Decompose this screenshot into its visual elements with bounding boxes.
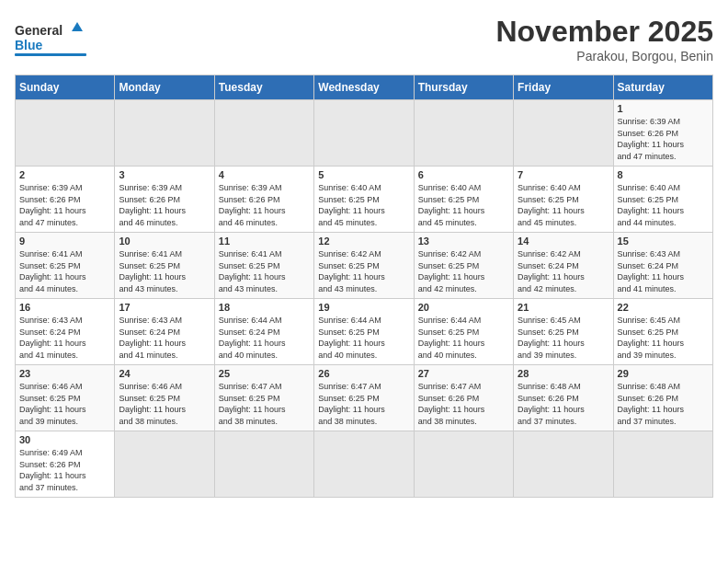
day-number: 20: [418, 302, 509, 313]
calendar-week-3: 9Sunrise: 6:41 AM Sunset: 6:25 PM Daylig…: [16, 233, 713, 299]
day-info: Sunrise: 6:44 AM Sunset: 6:25 PM Dayligh…: [318, 315, 409, 361]
day-number: 11: [219, 236, 310, 247]
calendar-week-1: 1Sunrise: 6:39 AM Sunset: 6:26 PM Daylig…: [16, 100, 713, 167]
calendar-cell: 29Sunrise: 6:48 AM Sunset: 6:26 PM Dayli…: [613, 365, 712, 431]
calendar-cell: 3Sunrise: 6:39 AM Sunset: 6:26 PM Daylig…: [115, 167, 214, 233]
day-number: 10: [119, 236, 210, 247]
calendar-cell: 2Sunrise: 6:39 AM Sunset: 6:26 PM Daylig…: [16, 167, 115, 233]
day-number: 6: [418, 169, 509, 180]
calendar-body: 1Sunrise: 6:39 AM Sunset: 6:26 PM Daylig…: [16, 100, 713, 498]
day-info: Sunrise: 6:39 AM Sunset: 6:26 PM Dayligh…: [19, 182, 110, 228]
calendar-week-4: 16Sunrise: 6:43 AM Sunset: 6:24 PM Dayli…: [16, 299, 713, 365]
calendar-cell: [613, 431, 712, 498]
day-number: 7: [518, 169, 609, 180]
day-number: 23: [19, 368, 110, 379]
day-number: 8: [618, 169, 709, 180]
day-number: 19: [318, 302, 409, 313]
calendar-cell: [214, 100, 313, 167]
header-cell-monday: Monday: [115, 75, 214, 100]
day-number: 29: [618, 368, 709, 379]
day-info: Sunrise: 6:39 AM Sunset: 6:26 PM Dayligh…: [119, 182, 210, 228]
calendar-cell: [514, 431, 613, 498]
day-info: Sunrise: 6:40 AM Sunset: 6:25 PM Dayligh…: [318, 182, 409, 228]
day-info: Sunrise: 6:41 AM Sunset: 6:25 PM Dayligh…: [19, 248, 110, 294]
day-info: Sunrise: 6:47 AM Sunset: 6:25 PM Dayligh…: [318, 381, 409, 427]
day-number: 30: [19, 434, 110, 445]
day-info: Sunrise: 6:42 AM Sunset: 6:25 PM Dayligh…: [318, 248, 409, 294]
calendar-cell: [16, 100, 115, 167]
calendar-cell: [414, 431, 513, 498]
day-number: 26: [318, 368, 409, 379]
calendar-table: SundayMondayTuesdayWednesdayThursdayFrid…: [15, 75, 713, 498]
day-info: Sunrise: 6:40 AM Sunset: 6:25 PM Dayligh…: [518, 182, 609, 228]
calendar-cell: 22Sunrise: 6:45 AM Sunset: 6:25 PM Dayli…: [613, 299, 712, 365]
calendar-cell: 20Sunrise: 6:44 AM Sunset: 6:25 PM Dayli…: [414, 299, 513, 365]
day-number: 25: [219, 368, 310, 379]
calendar-cell: 4Sunrise: 6:39 AM Sunset: 6:26 PM Daylig…: [214, 167, 313, 233]
calendar-cell: 21Sunrise: 6:45 AM Sunset: 6:25 PM Dayli…: [514, 299, 613, 365]
day-info: Sunrise: 6:43 AM Sunset: 6:24 PM Dayligh…: [618, 248, 709, 294]
day-info: Sunrise: 6:42 AM Sunset: 6:24 PM Dayligh…: [518, 248, 609, 294]
day-info: Sunrise: 6:40 AM Sunset: 6:25 PM Dayligh…: [418, 182, 509, 228]
day-info: Sunrise: 6:49 AM Sunset: 6:26 PM Dayligh…: [19, 447, 110, 493]
day-number: 15: [618, 236, 709, 247]
calendar-cell: [314, 100, 414, 167]
calendar-cell: 5Sunrise: 6:40 AM Sunset: 6:25 PM Daylig…: [314, 167, 414, 233]
day-number: 3: [119, 169, 210, 180]
day-number: 27: [418, 368, 509, 379]
calendar-cell: 26Sunrise: 6:47 AM Sunset: 6:25 PM Dayli…: [314, 365, 414, 431]
calendar-cell: 1Sunrise: 6:39 AM Sunset: 6:26 PM Daylig…: [613, 100, 712, 167]
day-info: Sunrise: 6:45 AM Sunset: 6:25 PM Dayligh…: [618, 315, 709, 361]
logo-svg: General Blue: [15, 15, 88, 61]
calendar-cell: [414, 100, 513, 167]
day-number: 18: [219, 302, 310, 313]
calendar-cell: 9Sunrise: 6:41 AM Sunset: 6:25 PM Daylig…: [16, 233, 115, 299]
day-info: Sunrise: 6:40 AM Sunset: 6:25 PM Dayligh…: [618, 182, 709, 228]
calendar-cell: 23Sunrise: 6:46 AM Sunset: 6:25 PM Dayli…: [16, 365, 115, 431]
day-number: 9: [19, 236, 110, 247]
day-info: Sunrise: 6:48 AM Sunset: 6:26 PM Dayligh…: [518, 381, 609, 427]
day-number: 14: [518, 236, 609, 247]
day-info: Sunrise: 6:39 AM Sunset: 6:26 PM Dayligh…: [219, 182, 310, 228]
svg-text:Blue: Blue: [15, 38, 43, 52]
day-info: Sunrise: 6:48 AM Sunset: 6:26 PM Dayligh…: [618, 381, 709, 427]
calendar-cell: 7Sunrise: 6:40 AM Sunset: 6:25 PM Daylig…: [514, 167, 613, 233]
day-info: Sunrise: 6:44 AM Sunset: 6:25 PM Dayligh…: [418, 315, 509, 361]
calendar-cell: 24Sunrise: 6:46 AM Sunset: 6:25 PM Dayli…: [115, 365, 214, 431]
day-info: Sunrise: 6:43 AM Sunset: 6:24 PM Dayligh…: [119, 315, 210, 361]
svg-rect-3: [15, 53, 86, 56]
calendar-cell: 25Sunrise: 6:47 AM Sunset: 6:25 PM Dayli…: [214, 365, 313, 431]
day-number: 2: [19, 169, 110, 180]
day-info: Sunrise: 6:46 AM Sunset: 6:25 PM Dayligh…: [119, 381, 210, 427]
calendar-week-6: 30Sunrise: 6:49 AM Sunset: 6:26 PM Dayli…: [16, 431, 713, 498]
day-number: 1: [618, 103, 709, 114]
calendar-cell: [314, 431, 414, 498]
calendar-cell: 30Sunrise: 6:49 AM Sunset: 6:26 PM Dayli…: [16, 431, 115, 498]
calendar-cell: 16Sunrise: 6:43 AM Sunset: 6:24 PM Dayli…: [16, 299, 115, 365]
title-block: November 2025 Parakou, Borgou, Benin: [495, 15, 713, 63]
logo: General Blue: [15, 15, 88, 61]
day-number: 13: [418, 236, 509, 247]
day-info: Sunrise: 6:45 AM Sunset: 6:25 PM Dayligh…: [518, 315, 609, 361]
svg-text:General: General: [15, 23, 63, 38]
calendar-cell: 27Sunrise: 6:47 AM Sunset: 6:26 PM Dayli…: [414, 365, 513, 431]
page-title: November 2025: [495, 15, 713, 49]
calendar-cell: 19Sunrise: 6:44 AM Sunset: 6:25 PM Dayli…: [314, 299, 414, 365]
calendar-cell: 11Sunrise: 6:41 AM Sunset: 6:25 PM Dayli…: [214, 233, 313, 299]
svg-marker-2: [72, 22, 83, 31]
calendar-cell: 15Sunrise: 6:43 AM Sunset: 6:24 PM Dayli…: [613, 233, 712, 299]
day-number: 16: [19, 302, 110, 313]
day-info: Sunrise: 6:43 AM Sunset: 6:24 PM Dayligh…: [19, 315, 110, 361]
day-info: Sunrise: 6:41 AM Sunset: 6:25 PM Dayligh…: [219, 248, 310, 294]
calendar-cell: [115, 431, 214, 498]
calendar-header-row: SundayMondayTuesdayWednesdayThursdayFrid…: [16, 75, 713, 100]
day-info: Sunrise: 6:47 AM Sunset: 6:25 PM Dayligh…: [219, 381, 310, 427]
page-subtitle: Parakou, Borgou, Benin: [495, 49, 713, 63]
header-cell-thursday: Thursday: [414, 75, 513, 100]
day-number: 5: [318, 169, 409, 180]
day-info: Sunrise: 6:39 AM Sunset: 6:26 PM Dayligh…: [618, 116, 709, 162]
day-info: Sunrise: 6:41 AM Sunset: 6:25 PM Dayligh…: [119, 248, 210, 294]
header-cell-saturday: Saturday: [613, 75, 712, 100]
day-number: 24: [119, 368, 210, 379]
calendar-cell: 13Sunrise: 6:42 AM Sunset: 6:25 PM Dayli…: [414, 233, 513, 299]
